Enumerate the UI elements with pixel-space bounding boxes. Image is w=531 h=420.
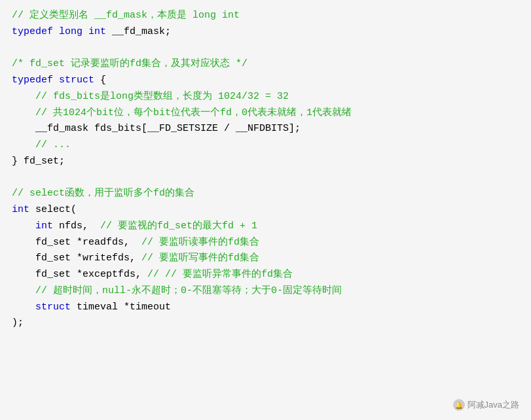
code-line: // select函数，用于监听多个fd的集合 — [12, 186, 519, 202]
watermark: 🔔 阿减Java之路 — [453, 399, 519, 411]
code-empty-line — [12, 41, 519, 57]
watermark-icon: 🔔 — [453, 399, 465, 411]
code-line: // 超时时间，null-永不超时；0-不阻塞等待；大于0-固定等待时间 — [12, 283, 519, 300]
code-line: struct timeval *timeout — [12, 300, 519, 316]
code-line: typedef struct { — [12, 73, 519, 89]
code-line: __fd_mask fds_bits[__FD_SETSIZE / __NFDB… — [12, 121, 519, 137]
code-empty-line — [12, 170, 519, 186]
code-line: // fds_bits是long类型数组，长度为 1024/32 = 32 — [12, 89, 519, 105]
code-line: ); — [12, 315, 519, 332]
code-line: fd_set *readfds, // 要监听读事件的fd集合 — [12, 235, 519, 251]
code-line: // 定义类型别名 __fd_mask，本质是 long int — [12, 8, 519, 24]
code-line: } fd_set; — [12, 154, 519, 170]
code-line: fd_set *exceptfds, // // 要监听异常事件的fd集合 — [12, 267, 519, 283]
code-block: // 定义类型别名 __fd_mask，本质是 long inttypedef … — [12, 8, 519, 332]
code-line: typedef long int __fd_mask; — [12, 24, 519, 41]
code-line: // ... — [12, 137, 519, 154]
watermark-text: 阿减Java之路 — [467, 399, 519, 411]
code-container: // 定义类型别名 __fd_mask，本质是 long inttypedef … — [0, 0, 531, 420]
code-line: /* fd_set 记录要监听的fd集合，及其对应状态 */ — [12, 56, 519, 73]
code-line: int nfds, // 要监视的fd_set的最大fd + 1 — [12, 219, 519, 235]
code-line: fd_set *writefds, // 要监听写事件的fd集合 — [12, 251, 519, 267]
code-line: // 共1024个bit位，每个bit位代表一个fd，0代表未就绪，1代表就绪 — [12, 105, 519, 122]
code-line: int select( — [12, 202, 519, 219]
